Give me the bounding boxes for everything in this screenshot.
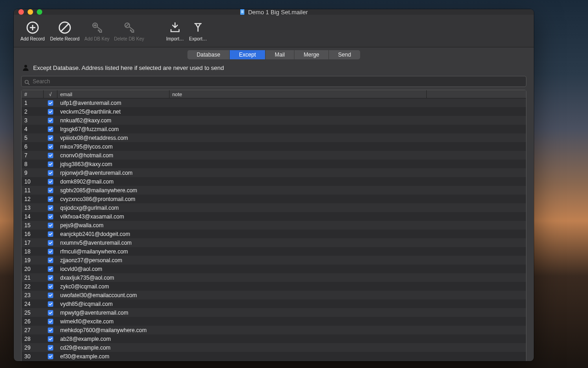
import-toolbar-button[interactable]: Import…	[164, 15, 187, 47]
cell-check[interactable]	[44, 354, 57, 359]
table-row[interactable]: 13qsjodcxg@gurlmail.com	[22, 203, 526, 212]
cell-check[interactable]	[44, 100, 57, 106]
cell-index: 21	[22, 275, 44, 281]
table-row[interactable]: 5vpiiiotx08@netaddress.com	[22, 133, 526, 142]
cell-check[interactable]	[44, 179, 57, 184]
table-row[interactable]: 12cvyzxnco386@prontomail.com	[22, 195, 526, 203]
table-row[interactable]: 2veckvm25@earthlink.net	[22, 107, 526, 116]
col-header-extra[interactable]	[427, 90, 526, 98]
cell-check[interactable]	[44, 214, 57, 219]
checkbox-checked-icon	[48, 205, 53, 211]
checkbox-checked-icon	[48, 170, 53, 176]
cell-check[interactable]	[44, 319, 57, 324]
cell-index: 22	[22, 283, 44, 290]
table-row[interactable]: 29cd29@example.com	[22, 343, 526, 352]
cell-check[interactable]	[44, 336, 57, 342]
table-row[interactable]: 22zykc0@icqmail.com	[22, 282, 526, 291]
table-row[interactable]: 16eanjckpb2401@dodgeit.com	[22, 230, 526, 238]
cell-check[interactable]	[44, 293, 57, 298]
col-header-index[interactable]: #	[22, 90, 44, 98]
zoom-window-button[interactable]	[37, 9, 42, 15]
cell-check[interactable]	[44, 109, 57, 115]
cell-check[interactable]	[44, 196, 57, 202]
plus-circle-icon	[25, 20, 40, 35]
table-row[interactable]: 28ab28@example.com	[22, 334, 526, 343]
table-row[interactable]: 11sgbtv2085@mailanywhere.com	[22, 186, 526, 195]
checkbox-checked-icon	[48, 301, 53, 307]
cell-check[interactable]	[44, 153, 57, 158]
cell-check[interactable]	[44, 240, 57, 246]
cell-email: mehkdop7600@mailanywhere.com	[57, 327, 170, 334]
cell-check[interactable]	[44, 284, 57, 289]
cell-check[interactable]	[44, 266, 57, 272]
cell-check[interactable]	[44, 223, 57, 228]
close-window-button[interactable]	[18, 9, 24, 15]
window-controls	[14, 9, 42, 15]
table-row[interactable]: 27mehkdop7600@mailanywhere.com	[22, 326, 526, 334]
table-row[interactable]: 24vydh85@icqmail.com	[22, 299, 526, 308]
table-row[interactable]: 4lrgsgk67@fuzzmail.com	[22, 125, 526, 133]
minimize-window-button[interactable]	[28, 9, 33, 15]
table-row[interactable]: 17nxumnv5@aventuremail.com	[22, 238, 526, 247]
add-record-button[interactable]: Add Record	[17, 15, 49, 47]
cell-check[interactable]	[44, 161, 57, 167]
export-toolbar-button[interactable]: Export…	[187, 15, 209, 47]
cell-check[interactable]	[44, 135, 57, 141]
cell-check[interactable]	[44, 258, 57, 263]
cell-email: ab28@example.com	[57, 336, 170, 342]
table-body[interactable]: 1uifp1@aventuremail.com2veckvm25@earthli…	[22, 98, 526, 361]
cell-check[interactable]	[44, 170, 57, 176]
checkbox-checked-icon	[48, 196, 53, 202]
table-row[interactable]: 10domk8902@mail.com	[22, 177, 526, 186]
cell-check[interactable]	[44, 275, 57, 281]
table-row[interactable]: 25mpwytg@aventuremail.com	[22, 308, 526, 317]
tab-merge[interactable]: Merge	[294, 50, 329, 59]
cell-check[interactable]	[44, 249, 57, 254]
col-header-check[interactable]: √	[44, 90, 57, 98]
cell-check[interactable]	[44, 345, 57, 351]
table-row[interactable]: 18rfmculi@mailanywhere.com	[22, 247, 526, 256]
tab-database[interactable]: Database	[187, 50, 230, 59]
delete-db-key-button: Delete DB Key	[113, 15, 145, 47]
cell-check[interactable]	[44, 126, 57, 132]
cell-check[interactable]	[44, 118, 57, 123]
table-row[interactable]: 1uifp1@aventuremail.com	[22, 98, 526, 107]
tab-except[interactable]: Except	[230, 50, 266, 59]
table-row[interactable]: 21dxaxljuk735@aol.com	[22, 273, 526, 282]
table-row[interactable]: 30ef30@example.com	[22, 352, 526, 361]
table-row[interactable]: 26wimekfi0@excite.com	[22, 317, 526, 326]
cell-email: pejs9@walla.com	[57, 222, 170, 229]
search-input[interactable]	[33, 78, 523, 85]
table-row[interactable]: 19zjjaonz37@personal.com	[22, 256, 526, 264]
tab-send[interactable]: Send	[329, 50, 360, 59]
cell-check[interactable]	[44, 310, 57, 316]
checkbox-checked-icon	[48, 231, 53, 237]
search-field[interactable]	[21, 76, 526, 87]
col-header-email[interactable]: email	[57, 90, 170, 98]
delete-record-button[interactable]: Delete Record	[49, 15, 81, 47]
cell-check[interactable]	[44, 188, 57, 193]
cell-check[interactable]	[44, 231, 57, 237]
table-row[interactable]: 7cnonv0@hotmail.com	[22, 151, 526, 160]
cell-email: mkox795@lycos.com	[57, 144, 170, 150]
checkbox-checked-icon	[48, 258, 53, 263]
table-row[interactable]: 9rpjonwjx9@aventuremail.com	[22, 168, 526, 177]
key-plus-icon	[90, 20, 104, 35]
table-row[interactable]: 3nnkuaf62@kaxy.com	[22, 116, 526, 125]
cell-email: qsjodcxg@gurlmail.com	[57, 205, 170, 211]
cell-check[interactable]	[44, 144, 57, 150]
table-row[interactable]: 31gh31@example.com	[22, 361, 526, 361]
col-header-note[interactable]: note	[170, 90, 427, 98]
checkbox-checked-icon	[48, 310, 53, 316]
table-row[interactable]: 14vilkfxoa43@xasamail.com	[22, 212, 526, 221]
tab-mail[interactable]: Mail	[266, 50, 294, 59]
table-row[interactable]: 23uwofatel30@emailaccount.com	[22, 291, 526, 299]
cell-email: domk8902@mail.com	[57, 178, 170, 185]
table-row[interactable]: 6mkox795@lycos.com	[22, 142, 526, 151]
cell-check[interactable]	[44, 301, 57, 307]
table-row[interactable]: 15pejs9@walla.com	[22, 221, 526, 230]
table-row[interactable]: 20iocvld0@aol.com	[22, 264, 526, 273]
cell-check[interactable]	[44, 205, 57, 211]
table-row[interactable]: 8jqlsg3863@kaxy.com	[22, 160, 526, 168]
cell-check[interactable]	[44, 328, 57, 333]
